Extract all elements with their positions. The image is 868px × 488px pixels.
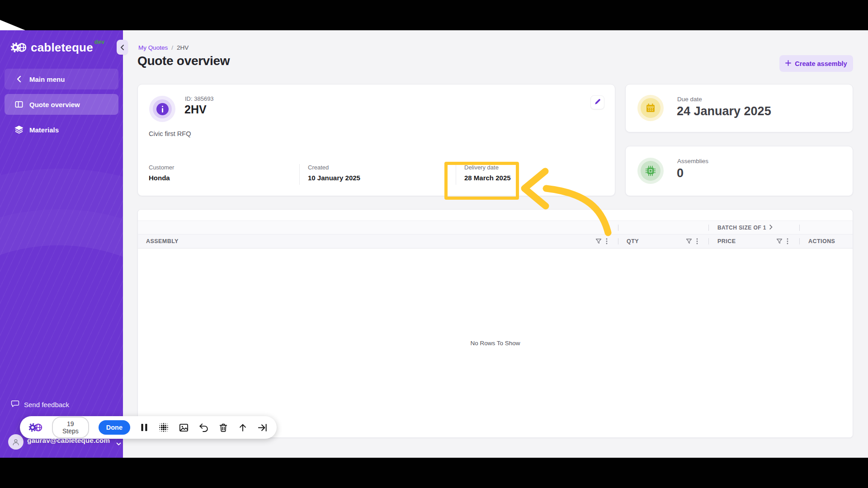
letterbox-bottom [0, 458, 868, 488]
plus-icon [785, 60, 791, 67]
column-divider [708, 225, 709, 231]
cableteque-logo-icon [29, 421, 42, 434]
blur-halftone-icon[interactable] [158, 422, 169, 433]
columns-icon [13, 100, 25, 109]
filter-funnel-icon[interactable] [776, 238, 783, 244]
brand: cableteque dev [11, 40, 104, 56]
done-button[interactable]: Done [99, 420, 130, 435]
column-header-qty[interactable]: QTY [627, 238, 639, 244]
breadcrumb-current: 2HV [177, 44, 189, 51]
table-toolbar-strip [138, 210, 853, 221]
brand-name: cableteque [31, 40, 93, 55]
sidebar-item-label: Main menu [29, 75, 65, 83]
assemblies-table: BATCH SIZE OF 1 ASSEMBLY QTY [137, 209, 853, 438]
sidebar-item-quote-overview[interactable]: Quote overview [5, 94, 118, 115]
empty-table-message: No Rows To Show [470, 340, 520, 347]
field-created: Created 10 January 2025 [308, 164, 360, 182]
kebab-menu-icon[interactable] [696, 238, 698, 244]
breadcrumb: My Quotes / 2HV [138, 44, 189, 51]
table-header-row: ASSEMBLY QTY PRICE A [138, 234, 853, 249]
pencil-icon [594, 98, 601, 107]
chip-icon [637, 158, 664, 184]
field-divider [456, 164, 456, 185]
recorder-toolbar: 19 Steps Done [20, 416, 277, 439]
sidebar: cableteque dev Main menu Quote overview … [0, 30, 123, 458]
sidebar-item-main-menu[interactable]: Main menu [5, 69, 118, 89]
trash-icon[interactable] [218, 422, 228, 433]
field-customer: Customer Honda [149, 164, 174, 182]
assemblies-label: Assemblies [677, 158, 708, 164]
create-assembly-label: Create assembly [795, 60, 847, 67]
column-header-actions: ACTIONS [808, 238, 835, 244]
pause-icon[interactable] [140, 422, 149, 432]
calendar-icon [637, 95, 664, 121]
arrow-up-icon[interactable] [238, 422, 248, 433]
chevron-down-icon[interactable] [116, 440, 121, 448]
filter-funnel-icon[interactable] [686, 238, 692, 244]
quote-id: ID: 385693 [185, 95, 214, 102]
due-date-label: Due date [677, 96, 702, 103]
send-feedback-label: Send feedback [24, 401, 69, 408]
column-divider [708, 238, 709, 244]
assemblies-card: Assemblies 0 [625, 146, 853, 196]
breadcrumb-separator: / [171, 44, 173, 51]
chat-bubble-icon [11, 399, 19, 409]
batch-size-group-header[interactable]: BATCH SIZE OF 1 [717, 225, 773, 231]
avatar[interactable] [8, 434, 24, 450]
corner-wedge [0, 20, 25, 30]
layers-icon [13, 125, 25, 134]
quote-description: Civic first RFQ [149, 130, 191, 137]
env-badge: dev [94, 38, 104, 45]
column-divider [618, 238, 618, 244]
quote-name: 2HV [184, 103, 207, 116]
steps-counter[interactable]: 19 Steps [52, 417, 89, 438]
info-icon [149, 96, 175, 122]
undo-icon[interactable] [198, 422, 209, 433]
sidebar-item-label: Quote overview [29, 101, 80, 108]
field-delivery-date: Delivery date 28 March 2025 [464, 164, 511, 182]
column-header-price[interactable]: PRICE [717, 238, 736, 244]
image-icon[interactable] [179, 422, 189, 433]
kebab-menu-icon[interactable] [787, 238, 788, 244]
field-divider [299, 164, 300, 185]
assemblies-count: 0 [677, 166, 684, 180]
edit-quote-button[interactable] [590, 95, 604, 109]
kebab-menu-icon[interactable] [606, 238, 608, 244]
cableteque-logo-icon [11, 40, 27, 56]
sidebar-item-materials[interactable]: Materials [5, 119, 118, 140]
send-feedback-button[interactable]: Send feedback [11, 399, 69, 409]
table-empty-body: No Rows To Show [138, 249, 853, 437]
filter-funnel-icon[interactable] [595, 238, 602, 244]
page-title: Quote overview [137, 54, 230, 68]
create-assembly-button[interactable]: Create assembly [779, 55, 853, 72]
sidebar-item-label: Materials [29, 126, 59, 134]
screen: { "chrome": { "brand": "cableteque", "en… [0, 0, 868, 488]
column-divider [799, 238, 800, 244]
app-window: cableteque dev Main menu Quote overview … [0, 30, 868, 458]
skip-to-end-icon[interactable] [257, 422, 268, 433]
breadcrumb-my-quotes[interactable]: My Quotes [138, 44, 168, 51]
due-date-card: Due date 24 January 2025 [625, 84, 853, 132]
sidebar-collapse-button[interactable] [117, 40, 128, 55]
table-group-header-row: BATCH SIZE OF 1 [138, 221, 853, 234]
due-date-value: 24 January 2025 [677, 104, 771, 118]
letterbox-top [0, 0, 868, 30]
column-divider [618, 225, 618, 231]
column-header-assembly[interactable]: ASSEMBLY [146, 238, 179, 244]
chevron-right-icon [769, 225, 773, 231]
quote-summary-card: ID: 385693 2HV Civic first RFQ Customer … [137, 84, 615, 196]
column-divider [799, 225, 800, 231]
chevron-left-icon [13, 75, 25, 83]
